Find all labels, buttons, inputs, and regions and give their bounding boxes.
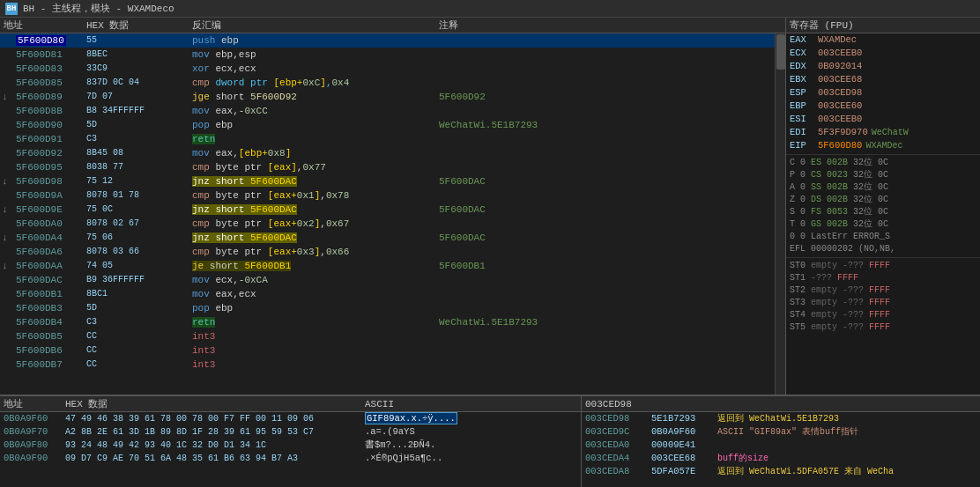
asm-row[interactable]: 5F600DB18BC1mov eax,ecx (0, 287, 775, 301)
reg-row: ECX003CEEB0 (786, 47, 980, 60)
reg-value[interactable]: 5F600D80 (818, 139, 862, 152)
asm-row[interactable]: 5F600D8BB8 34FFFFFFmov eax,-0xCC (0, 104, 775, 118)
registers-pane: 寄存器 (FPU) EAXWXAMDecECX003CEEB0EDX0B0920… (786, 18, 980, 395)
asm-hex: 7D 07 (83, 90, 189, 104)
asm-hex: 837D 0C 04 (83, 76, 189, 90)
reg-name: EDI (790, 126, 814, 139)
asm-row[interactable]: 5F600DB35Dpop ebp (0, 301, 775, 315)
asm-row[interactable]: 5F600DB7CCint3 (0, 358, 775, 372)
asm-row[interactable]: 5F600DB4C3retnWeChatWi.5E1B7293 (0, 315, 775, 329)
asm-instruction: mov eax,[ebp+0x8] (189, 146, 435, 160)
asm-row[interactable]: 5F600D905Dpop ebpWeChatWi.5E1B7293 (0, 118, 775, 132)
arrow-indicator (0, 343, 12, 358)
reg-value[interactable]: 003CED98 (818, 86, 862, 100)
asm-hex: 8078 02 67 (83, 217, 189, 231)
col-header-addr: 地址 (0, 18, 71, 32)
asm-instruction: xor ecx,ecx (189, 62, 435, 76)
efl-text: EFL 00000202 (NO,NB, (790, 244, 895, 254)
asm-instruction: int3 (189, 343, 435, 358)
reg-value[interactable]: 003CEEB0 (818, 113, 862, 126)
asm-row[interactable]: 5F600D9A8078 01 78cmp byte ptr [eax+0x1]… (0, 188, 775, 203)
asm-row[interactable]: 5F600D91C3retn (0, 132, 775, 146)
arrow-indicator (0, 33, 12, 48)
hex-row[interactable]: 0B0A9F90 09 D7 C9 AE 70 51 6A 48 35 61 B… (0, 452, 581, 465)
asm-row[interactable]: 5F600D85837D 0C 04cmp dword ptr [ebp+0xC… (0, 76, 775, 90)
efl-row: EFL 00000202 (NO,NB, (786, 243, 980, 255)
asm-row[interactable]: 5F600DA68078 03 66cmp byte ptr [eax+0x3]… (0, 245, 775, 259)
hex-col-ascii: ASCII (361, 399, 581, 410)
reg-content: EAXWXAMDecECX003CEEB0EDX0B092014EBX003CE… (786, 33, 980, 334)
reg-name: ECX (790, 47, 814, 60)
hex-row-addr: 0B0A9F80 (0, 439, 62, 452)
hex-row[interactable]: 0B0A9F70 A2 8B 2E 61 3D 1B 89 8D 1F 28 3… (0, 425, 581, 439)
stack-row[interactable]: 003CED98 5E1B7293 返回到 WeChatWi.5E1B7293 (582, 412, 980, 425)
asm-comment (435, 329, 775, 343)
hex-row-data: A2 8B 2E 61 3D 1B 89 8D 1F 28 39 61 95 5… (62, 425, 361, 439)
arrow-indicator: ↓ (0, 90, 12, 104)
reg-value[interactable]: WXAMDec (818, 33, 857, 47)
reg-value[interactable]: 003CEE60 (818, 100, 862, 113)
asm-instruction: jge short 5F600D92 (189, 90, 435, 104)
asm-hex: 75 06 (83, 231, 189, 245)
asm-row[interactable]: 5F600DACB9 36FFFFFFmov ecx,-0xCA (0, 273, 775, 287)
asm-comment (435, 287, 775, 301)
reg-name: EBX (790, 73, 814, 86)
reg-value[interactable]: 5F3F9D970 (818, 126, 868, 139)
asm-hex: B9 36FFFFFF (83, 273, 189, 287)
stack-row-val: 5DFA057E (648, 465, 714, 478)
arrow-indicator (0, 132, 12, 146)
asm-hex: C3 (83, 315, 189, 329)
asm-row[interactable]: 5F600D818BECmov ebp,esp (0, 48, 775, 62)
asm-row[interactable]: 5F600D8333C9xor ecx,ecx (0, 62, 775, 76)
asm-row[interactable]: 5F600DA08078 02 67cmp byte ptr [eax+0x2]… (0, 217, 775, 231)
asm-addr: 5F600D89 (12, 90, 83, 104)
asm-comment (435, 62, 775, 76)
asm-hex: CC (83, 329, 189, 343)
stack-row-val: 00009E41 (648, 439, 714, 452)
stack-row[interactable]: 003CEDA4 003CEE68 buff的size (582, 452, 980, 465)
flags-row: Z 0 DS 002B 32位 0C (786, 194, 980, 206)
stack-row[interactable]: 003CEDA8 5DFA057E 返回到 WeChatWi.5DFA057E … (582, 465, 980, 478)
asm-table-container[interactable]: 5F600D8055push ebp5F600D818BECmov ebp,es… (0, 33, 775, 395)
asm-hex: 8078 01 78 (83, 188, 189, 203)
asm-addr: 5F600D90 (12, 118, 83, 132)
asm-addr: 5F600D9E (12, 203, 83, 217)
asm-row[interactable]: 5F600DB6CCint3 (0, 343, 775, 358)
reg-row: ESP003CED98 (786, 86, 980, 100)
hex-rows[interactable]: 0B0A9F60 47 49 46 38 39 61 78 00 78 00 F… (0, 412, 581, 465)
asm-row[interactable]: 5F600DB5CCint3 (0, 329, 775, 343)
asm-row[interactable]: ↓5F600DAA74 05je short 5F600DB15F600DB1 (0, 259, 775, 273)
hex-row[interactable]: 0B0A9F60 47 49 46 38 39 61 78 00 78 00 F… (0, 412, 581, 425)
asm-row[interactable]: 5F600D928B45 08mov eax,[ebp+0x8] (0, 146, 775, 160)
asm-row[interactable]: ↓5F600D897D 07jge short 5F600D925F600D92 (0, 90, 775, 104)
asm-comment (435, 188, 775, 203)
reg-name: EBP (790, 100, 814, 113)
asm-addr: 5F600D8B (12, 104, 83, 118)
asm-addr: 5F600DA6 (12, 245, 83, 259)
hex-pane: 地址 HEX 数据 ASCII 0B0A9F60 47 49 46 38 39 … (0, 396, 582, 487)
reg-value[interactable]: 0B092014 (818, 60, 862, 73)
stack-rows[interactable]: 003CED98 5E1B7293 返回到 WeChatWi.5E1B7293 … (582, 412, 980, 478)
stack-row-val: 0B0A9F60 (648, 425, 714, 439)
asm-row[interactable]: ↓5F600DA475 06jnz short 5F600DAC5F600DAC (0, 231, 775, 245)
asm-row[interactable]: 5F600D958038 77cmp byte ptr [eax],0x77 (0, 160, 775, 174)
asm-addr: 5F600DB7 (12, 358, 83, 372)
fpu-st-row: ST0 empty -??? FFFF (786, 260, 980, 272)
disasm-scrollbar-thumb[interactable] (776, 34, 785, 70)
stack-row[interactable]: 003CEDA0 00009E41 (582, 439, 980, 452)
arrow-indicator (0, 217, 12, 231)
stack-row[interactable]: 003CED9C 0B0A9F60 ASCII "GIF89ax" 表情buff… (582, 425, 980, 439)
asm-row[interactable]: ↓5F600D9E75 0Cjnz short 5F600DAC5F600DAC (0, 203, 775, 217)
asm-row[interactable]: 5F600D8055push ebp (0, 33, 775, 48)
disasm-scrollbar[interactable] (775, 33, 785, 395)
fpu-st-row: ST3 empty -??? FFFF (786, 297, 980, 309)
asm-hex: 75 0C (83, 203, 189, 217)
reg-value[interactable]: 003CEEB0 (818, 47, 862, 60)
asm-instruction: cmp byte ptr [eax+0x3],0x66 (189, 245, 435, 259)
asm-row[interactable]: ↓5F600D9875 12jnz short 5F600DAC5F600DAC (0, 174, 775, 188)
asm-hex: 8038 77 (83, 160, 189, 174)
hex-row[interactable]: 0B0A9F80 93 24 48 49 42 93 40 1C 32 D0 D… (0, 439, 581, 452)
asm-instruction: mov ecx,-0xCA (189, 273, 435, 287)
asm-instruction: jnz short 5F600DAC (189, 231, 435, 245)
reg-value[interactable]: 003CEE68 (818, 73, 862, 86)
